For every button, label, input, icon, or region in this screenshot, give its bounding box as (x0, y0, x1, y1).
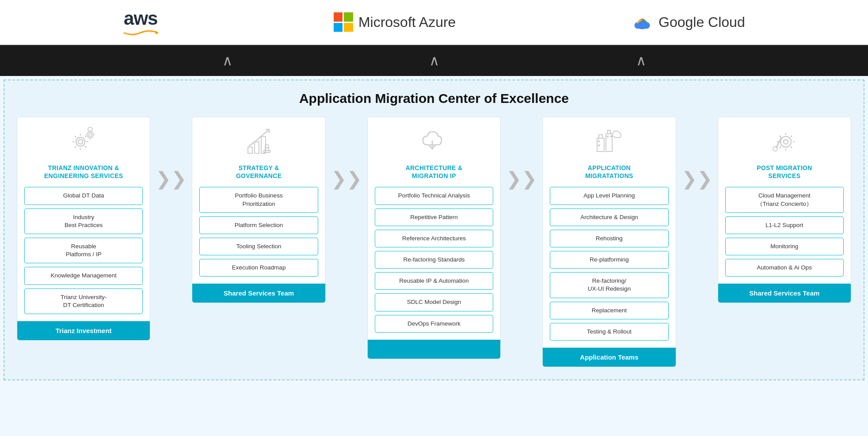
page-title: Application Migration Center of Excellen… (17, 91, 851, 106)
col-5-footer: Shared Services Team (718, 284, 851, 303)
azure-logo-area: Microsoft Azure (334, 12, 456, 32)
list-item: Portfolio BusinessPrioritization (199, 187, 318, 212)
col-2-items: Portfolio BusinessPrioritization Platfor… (199, 187, 318, 277)
svg-rect-23 (255, 142, 259, 153)
svg-line-43 (780, 136, 781, 137)
chevron-3-icon: ∧ (636, 53, 646, 68)
list-item: Portfolio Technical Analysis (375, 187, 493, 205)
list-item: Testing & Rollout (550, 323, 668, 341)
col-4-items: App Level Planning Architecture & Design… (550, 187, 668, 341)
list-item: Tooling Selection (199, 238, 318, 255)
list-item: Trianz University-DT Certification (24, 288, 143, 314)
chevron-bar: ∧ ∧ ∧ (0, 45, 868, 76)
svg-rect-22 (248, 147, 252, 153)
svg-point-37 (780, 136, 791, 147)
svg-marker-0 (156, 31, 158, 34)
arrow-chevron-4-icon: ❯❯ (681, 170, 712, 188)
main-content: Application Migration Center of Excellen… (4, 80, 864, 380)
gcloud-label: Google Cloud (659, 14, 745, 30)
svg-rect-34 (598, 144, 600, 146)
list-item: Platform Selection (199, 216, 318, 234)
architecture-icon (375, 125, 493, 159)
aws-logo: aws (123, 8, 158, 36)
svg-line-44 (791, 147, 792, 148)
list-item: Monitoring (725, 238, 844, 255)
col-3-footer (368, 340, 500, 359)
aws-logo-area: aws (123, 8, 158, 36)
column-5: POST MIGRATIONSERVICES Cloud Management（… (718, 117, 851, 303)
svg-point-48 (773, 147, 777, 151)
list-item: L1-L2 Support (725, 216, 844, 234)
column-1: TRIANZ INNOVATION &ENGINEERING SERVICES … (17, 117, 150, 341)
column-2: STRATEGY &GOVERNANCE Portfolio BusinessP… (192, 117, 325, 303)
chevron-2-icon: ∧ (429, 53, 439, 68)
col-1-title: TRIANZ INNOVATION &ENGINEERING SERVICES (24, 164, 143, 180)
svg-rect-32 (608, 130, 610, 134)
svg-line-14 (85, 136, 86, 137)
col-5-inner: POST MIGRATIONSERVICES Cloud Management（… (718, 117, 851, 284)
list-item: ReusablePlatforms / IP (24, 238, 143, 263)
azure-label: Microsoft Azure (358, 14, 456, 30)
arrow-chevron-2-icon: ❯❯ (331, 170, 362, 188)
svg-point-15 (87, 132, 93, 138)
col-1-footer: Trianz Investment (17, 321, 150, 340)
list-item: SDLC Model Design (375, 293, 493, 311)
list-item: App Level Planning (550, 187, 668, 205)
col-2-inner: STRATEGY &GOVERNANCE Portfolio BusinessP… (192, 117, 325, 284)
list-item: Cloud Management（Trianz Concierto） (725, 187, 844, 212)
svg-line-11 (75, 136, 76, 137)
list-item: Reusable IP & Automation (375, 272, 493, 290)
postmig-icon (725, 125, 844, 159)
list-item: Re-factoring Standards (375, 251, 493, 269)
svg-point-6 (78, 140, 83, 144)
svg-line-45 (780, 147, 781, 148)
list-item: Reference Architectures (375, 230, 493, 247)
list-item: DevOps Framework (375, 315, 493, 333)
arrow-4: ❯❯ (681, 117, 712, 188)
col-5-title: POST MIGRATIONSERVICES (725, 164, 844, 180)
col-4-inner: APPLICATIONMIGRATATIONS App Level Planni… (543, 117, 675, 348)
col-3-inner: ARCHITECTURE &MIGRATION IP Portfolio Tec… (368, 117, 500, 340)
top-bar: aws Microsoft Azure Google Clou (0, 0, 868, 45)
svg-line-13 (75, 146, 76, 148)
col-5-items: Cloud Management（Trianz Concierto） L1-L2… (725, 187, 844, 277)
svg-point-5 (76, 137, 85, 146)
aws-text: aws (124, 8, 157, 29)
gcloud-icon (631, 11, 653, 33)
list-item: Architecture & Design (550, 209, 668, 226)
svg-rect-4 (638, 26, 647, 29)
col-1-items: Global DT Data IndustryBest Practices Re… (24, 187, 143, 314)
col-2-title: STRATEGY &GOVERNANCE (199, 164, 318, 180)
arrow-3: ❯❯ (506, 117, 537, 188)
svg-point-16 (89, 133, 92, 136)
gcloud-logo-area: Google Cloud (631, 11, 745, 33)
svg-rect-33 (598, 140, 600, 142)
list-item: Knowledge Management (24, 267, 143, 284)
col-3-title: ARCHITECTURE &MIGRATION IP (375, 164, 493, 180)
list-item: Execution Roadmap (199, 259, 318, 277)
azure-squares-icon (334, 12, 353, 32)
columns-wrapper: TRIANZ INNOVATION &ENGINEERING SERVICES … (17, 117, 851, 367)
column-3: ARCHITECTURE &MIGRATION IP Portfolio Tec… (367, 117, 501, 359)
col-1-inner: TRIANZ INNOVATION &ENGINEERING SERVICES … (17, 117, 150, 321)
list-item: Global DT Data (24, 187, 143, 205)
list-item: Re-platforming (550, 251, 668, 269)
chevron-1-icon: ∧ (222, 53, 232, 68)
svg-point-21 (88, 127, 92, 132)
list-item: Automation & Ai Ops (725, 259, 844, 277)
col-4-title: APPLICATIONMIGRATATIONS (550, 164, 668, 180)
arrow-1: ❯❯ (156, 117, 187, 188)
col-4-footer: Application Teams (543, 348, 675, 367)
col-2-footer: Shared Services Team (192, 284, 325, 303)
migrations-icon (550, 125, 668, 159)
aws-arrow-icon (123, 29, 158, 36)
engineering-icon (24, 125, 143, 159)
list-item: Replacement (550, 302, 668, 319)
arrow-2: ❯❯ (331, 117, 362, 188)
column-4: APPLICATIONMIGRATATIONS App Level Planni… (542, 117, 676, 367)
svg-point-38 (784, 140, 788, 144)
svg-rect-35 (607, 136, 609, 137)
arrow-chevron-3-icon: ❯❯ (506, 170, 537, 188)
arrow-chevron-1-icon: ❯❯ (156, 170, 187, 188)
svg-rect-36 (610, 136, 612, 137)
